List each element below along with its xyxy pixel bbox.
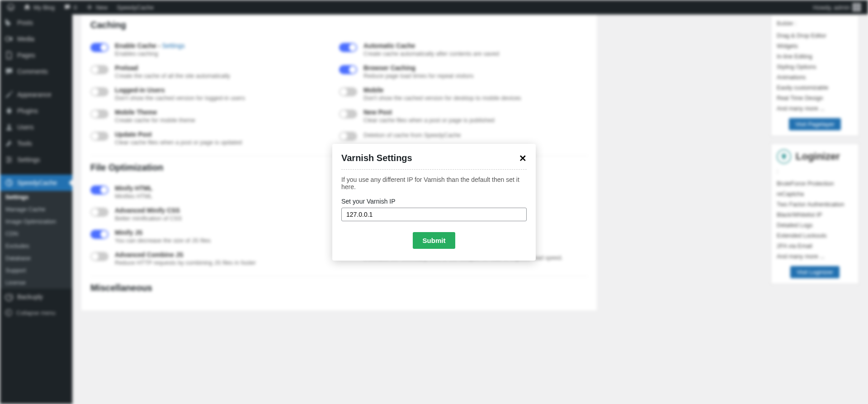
modal-backdrop: Varnish Settings ✕ If you use any differ… — [0, 0, 868, 404]
modal-title: Varnish Settings — [341, 153, 412, 163]
varnish-ip-input[interactable] — [341, 208, 527, 221]
varnish-ip-label: Set your Varnish IP — [341, 198, 527, 205]
modal-hint: If you use any different IP for Varnish … — [341, 176, 527, 190]
submit-button[interactable]: Submit — [413, 232, 456, 249]
close-icon[interactable]: ✕ — [519, 153, 527, 164]
varnish-settings-modal: Varnish Settings ✕ If you use any differ… — [332, 144, 536, 261]
